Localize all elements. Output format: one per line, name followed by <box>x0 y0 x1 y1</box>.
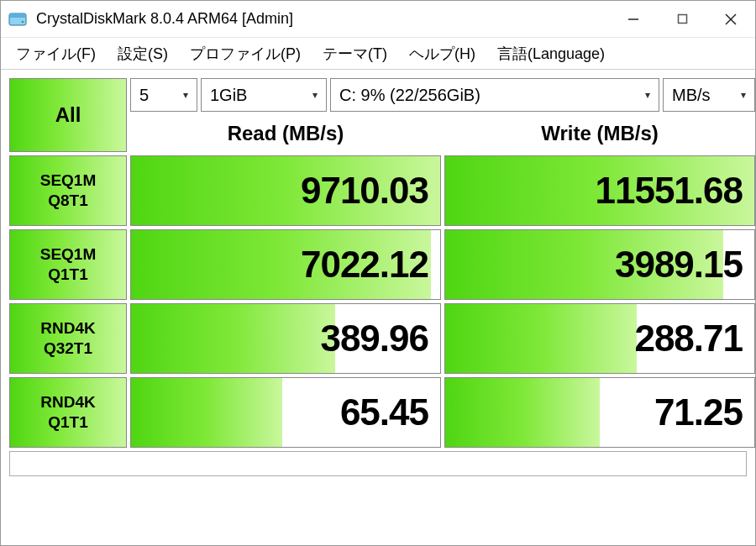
read-result-value: 7022.12 <box>301 244 428 286</box>
write-result-value: 288.71 <box>634 318 743 360</box>
svg-point-2 <box>22 20 24 23</box>
unit-value: MB/s <box>672 86 711 105</box>
test-name-line1: RND4K <box>40 392 95 412</box>
app-icon <box>8 9 28 29</box>
svg-rect-4 <box>678 15 686 24</box>
menu-help[interactable]: ヘルプ(H) <box>399 40 486 67</box>
title-bar: CrystalDiskMark 8.0.4 ARM64 [Admin] <box>1 1 755 38</box>
all-button-label: All <box>55 103 81 127</box>
read-column-header: Read (MB/s) <box>130 115 441 152</box>
content-area: All 5 ▾ 1GiB ▾ C: 9% (22/256GiB) ▾ MB/s … <box>1 70 755 485</box>
chevron-down-icon: ▾ <box>312 89 318 101</box>
test-name-line1: SEQ1M <box>40 244 97 265</box>
write-result-value: 71.25 <box>654 391 743 433</box>
write-result-value: 3989.15 <box>615 244 743 286</box>
read-result-cell: 7022.12 <box>130 229 441 300</box>
menu-theme[interactable]: テーマ(T) <box>312 40 397 67</box>
test-button-seq1m-q8t1[interactable]: SEQ1MQ8T1 <box>9 155 127 226</box>
unit-select[interactable]: MB/s ▾ <box>663 78 755 112</box>
close-button[interactable] <box>706 1 755 37</box>
test-name-line2: Q1T1 <box>48 412 88 433</box>
run-count-select[interactable]: 5 ▾ <box>130 78 197 112</box>
test-name-line2: Q8T1 <box>48 191 88 211</box>
minimize-button[interactable] <box>609 1 658 37</box>
menu-file[interactable]: ファイル(F) <box>6 40 106 67</box>
read-result-fill <box>131 304 335 373</box>
test-size-select[interactable]: 1GiB ▾ <box>201 78 327 112</box>
write-result-fill <box>445 304 637 373</box>
read-result-value: 389.96 <box>320 318 428 360</box>
read-result-cell: 65.45 <box>130 377 441 448</box>
menu-bar: ファイル(F) 設定(S) プロファイル(P) テーマ(T) ヘルプ(H) 言語… <box>1 38 755 70</box>
write-result-fill <box>445 378 600 447</box>
maximize-button[interactable] <box>658 1 706 37</box>
read-result-value: 9710.03 <box>301 170 428 212</box>
test-name-line2: Q1T1 <box>48 265 88 285</box>
write-result-cell: 288.71 <box>444 303 755 374</box>
chevron-down-icon: ▾ <box>645 89 650 101</box>
read-result-cell: 9710.03 <box>130 155 441 226</box>
window-controls <box>609 1 755 37</box>
results-grid: SEQ1MQ8T19710.0311551.68SEQ1MQ1T17022.12… <box>9 155 747 448</box>
test-name-line1: SEQ1M <box>40 171 97 191</box>
read-result-value: 65.45 <box>340 391 428 433</box>
test-name-line1: RND4K <box>40 318 95 339</box>
menu-language[interactable]: 言語(Language) <box>487 40 615 67</box>
all-button[interactable]: All <box>9 78 127 152</box>
read-result-cell: 389.96 <box>130 303 441 374</box>
window-title: CrystalDiskMark 8.0.4 ARM64 [Admin] <box>36 10 609 28</box>
test-size-value: 1GiB <box>210 86 247 105</box>
chevron-down-icon: ▾ <box>183 89 188 101</box>
test-button-rnd4k-q1t1[interactable]: RND4KQ1T1 <box>9 377 127 448</box>
test-name-line2: Q32T1 <box>44 339 92 359</box>
read-result-fill <box>131 378 282 447</box>
test-button-seq1m-q1t1[interactable]: SEQ1MQ1T1 <box>9 229 127 300</box>
drive-value: C: 9% (22/256GiB) <box>339 86 480 105</box>
write-result-cell: 3989.15 <box>444 229 755 300</box>
write-result-cell: 71.25 <box>444 377 755 448</box>
menu-settings[interactable]: 設定(S) <box>108 40 178 67</box>
drive-select[interactable]: C: 9% (22/256GiB) ▾ <box>330 78 659 112</box>
write-result-cell: 11551.68 <box>444 155 755 226</box>
menu-profile[interactable]: プロファイル(P) <box>180 40 311 67</box>
test-button-rnd4k-q32t1[interactable]: RND4KQ32T1 <box>9 303 127 374</box>
run-count-value: 5 <box>139 86 149 105</box>
svg-rect-1 <box>9 13 26 18</box>
status-bar <box>9 451 747 476</box>
write-column-header: Write (MB/s) <box>444 115 755 152</box>
write-result-value: 11551.68 <box>595 170 743 212</box>
chevron-down-icon: ▾ <box>741 89 746 101</box>
